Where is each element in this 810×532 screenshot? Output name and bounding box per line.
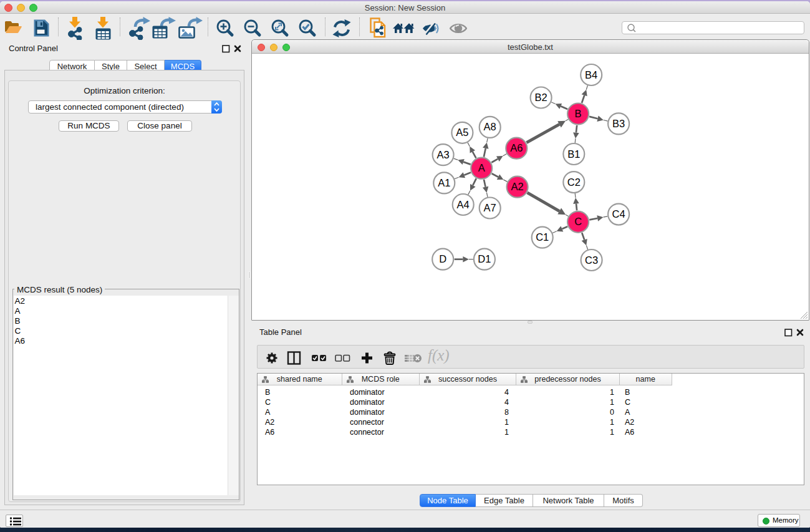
svg-text:A4: A4 (457, 199, 470, 210)
svg-text:C1: C1 (536, 231, 549, 243)
svg-text:A6: A6 (510, 142, 523, 153)
svg-text:C3: C3 (585, 254, 598, 266)
svg-text:A8: A8 (484, 121, 496, 132)
svg-text:A2: A2 (511, 181, 524, 192)
svg-text:B1: B1 (567, 148, 580, 160)
svg-text:C: C (574, 216, 582, 227)
svg-text:B3: B3 (612, 118, 625, 129)
svg-text:D1: D1 (478, 253, 491, 264)
svg-text:B4: B4 (585, 69, 597, 80)
svg-text:C2: C2 (567, 177, 581, 188)
svg-text:A3: A3 (437, 149, 450, 160)
svg-text:D: D (439, 253, 446, 264)
svg-text:B: B (575, 108, 582, 119)
svg-text:A: A (478, 162, 485, 173)
svg-text:C4: C4 (612, 208, 625, 220)
svg-text:B2: B2 (535, 92, 547, 103)
svg-text:A5: A5 (456, 127, 468, 138)
svg-text:A7: A7 (484, 202, 496, 213)
svg-text:A1: A1 (438, 177, 450, 188)
